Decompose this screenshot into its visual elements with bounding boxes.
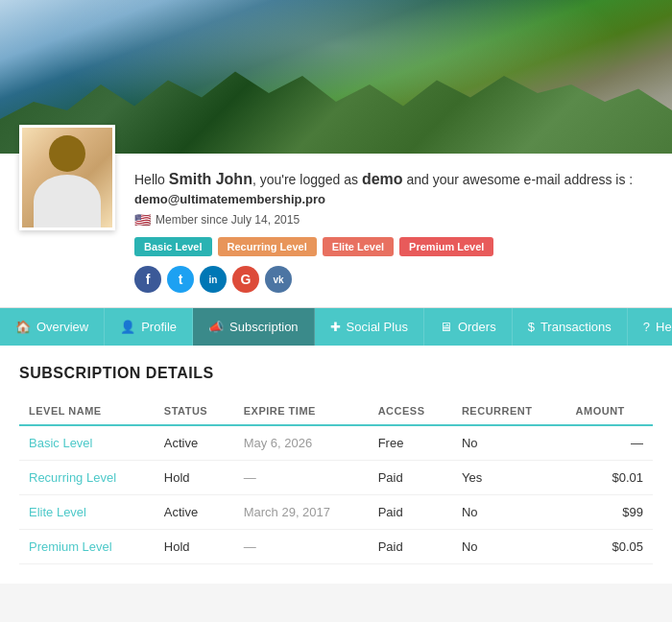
cell-access: Free (369, 425, 452, 461)
member-since-text: Member since July 14, 2015 (156, 213, 300, 227)
level-link[interactable]: Basic Level (29, 436, 92, 450)
greeting-suffix: and your awesome e-mail address is : (403, 172, 634, 187)
badge-premium[interactable]: Premium Level (399, 237, 493, 256)
cell-level: Premium Level (19, 530, 155, 564)
subscription-table: LEVEL NAME STATUS EXPIRE TIME ACCESS REC… (19, 397, 653, 564)
twitter-icon[interactable]: t (167, 266, 194, 293)
profile-greeting: Hello Smith John, you're logged as demo … (134, 171, 653, 188)
cell-amount: $0.01 (566, 461, 653, 495)
facebook-icon[interactable]: f (134, 266, 161, 293)
nav-help-label: Help (656, 320, 672, 334)
flag-icon: 🇺🇸 (134, 212, 151, 227)
cell-status: Hold (155, 461, 234, 495)
nav-bar: 🏠 Overview 👤 Profile 📣 Subscription ✚ So… (0, 308, 672, 346)
cell-level: Elite Level (19, 495, 155, 530)
nav-profile-label: Profile (141, 320, 177, 334)
col-amount: AMOUNT (566, 397, 653, 425)
table-row: Premium Level Hold — Paid No $0.05 (19, 530, 653, 564)
cell-amount: $0.05 (566, 530, 653, 564)
badge-basic[interactable]: Basic Level (134, 237, 212, 256)
profile-info: Hello Smith John, you're logged as demo … (134, 163, 653, 293)
cell-recurrent: No (452, 495, 566, 530)
profile-icon: 👤 (120, 320, 135, 334)
cell-expire: March 29, 2017 (234, 495, 369, 530)
cell-expire: May 6, 2026 (234, 425, 369, 461)
nav-transactions-label: Transactions (540, 320, 612, 334)
cell-amount: — (566, 425, 653, 461)
profile-email-value: demo@ultimatemembership.pro (134, 192, 325, 206)
cell-expire: — (234, 530, 369, 564)
member-since: 🇺🇸 Member since July 14, 2015 (134, 212, 653, 227)
nav-subscription[interactable]: 📣 Subscription (193, 308, 315, 346)
nav-social-plus-label: Social Plus (347, 320, 408, 334)
cell-expire: — (234, 461, 369, 495)
profile-name: Smith John (169, 171, 252, 187)
avatar (19, 125, 115, 230)
cell-access: Paid (369, 461, 452, 495)
dollar-icon: $ (528, 320, 535, 334)
section-title: SUBSCRIPTION DETAILS (19, 365, 653, 382)
nav-help[interactable]: ? Help (628, 308, 672, 346)
profile-section: Hello Smith John, you're logged as demo … (0, 154, 672, 308)
nav-overview-label: Overview (36, 320, 88, 334)
subscription-icon: 📣 (208, 320, 224, 334)
home-icon: 🏠 (15, 320, 31, 334)
table-header-row: LEVEL NAME STATUS EXPIRE TIME ACCESS REC… (19, 397, 653, 425)
col-level-name: LEVEL NAME (19, 397, 155, 425)
cell-level: Basic Level (19, 425, 155, 461)
level-link[interactable]: Recurring Level (29, 470, 116, 485)
badge-recurring[interactable]: Recurring Level (218, 237, 317, 256)
table-row: Basic Level Active May 6, 2026 Free No — (19, 425, 653, 461)
level-link[interactable]: Elite Level (29, 505, 86, 519)
nav-orders[interactable]: 🖥 Orders (424, 308, 513, 346)
cell-recurrent: No (452, 425, 566, 461)
col-access: ACCESS (369, 397, 452, 425)
profile-email: demo@ultimatemembership.pro (134, 192, 653, 206)
cell-level: Recurring Level (19, 461, 155, 495)
table-row: Elite Level Active March 29, 2017 Paid N… (19, 495, 653, 530)
nav-orders-label: Orders (458, 320, 496, 334)
col-expire: EXPIRE TIME (234, 397, 369, 425)
table-row: Recurring Level Hold — Paid Yes $0.01 (19, 461, 653, 495)
plus-icon: ✚ (330, 320, 341, 334)
google-icon[interactable]: G (232, 266, 259, 293)
cell-status: Active (155, 495, 234, 530)
nav-overview[interactable]: 🏠 Overview (0, 308, 105, 346)
greeting-prefix: Hello (134, 172, 169, 187)
linkedin-icon[interactable]: in (200, 266, 227, 293)
cell-recurrent: Yes (452, 461, 566, 495)
nav-subscription-label: Subscription (229, 320, 299, 334)
cell-amount: $99 (566, 495, 653, 530)
cell-access: Paid (369, 495, 452, 530)
nav-social-plus[interactable]: ✚ Social Plus (315, 308, 424, 346)
col-status: STATUS (155, 397, 234, 425)
nav-transactions[interactable]: $ Transactions (513, 308, 628, 346)
profile-username: demo (362, 171, 403, 187)
avatar-wrapper (19, 125, 115, 230)
vk-icon[interactable]: vk (265, 266, 292, 293)
help-icon: ? (643, 320, 650, 334)
badge-elite[interactable]: Elite Level (323, 237, 394, 256)
cell-recurrent: No (452, 530, 566, 564)
greeting-mid: , you're logged as (252, 172, 362, 187)
nav-profile[interactable]: 👤 Profile (105, 308, 193, 346)
orders-icon: 🖥 (440, 320, 452, 334)
social-icons: f t in G vk (134, 266, 653, 293)
cell-status: Hold (155, 530, 234, 564)
col-recurrent: RECURRENT (452, 397, 566, 425)
cell-access: Paid (369, 530, 452, 564)
main-content: SUBSCRIPTION DETAILS LEVEL NAME STATUS E… (0, 346, 672, 584)
cell-status: Active (155, 425, 234, 461)
level-link[interactable]: Premium Level (29, 539, 112, 554)
level-badges: Basic Level Recurring Level Elite Level … (134, 237, 653, 256)
